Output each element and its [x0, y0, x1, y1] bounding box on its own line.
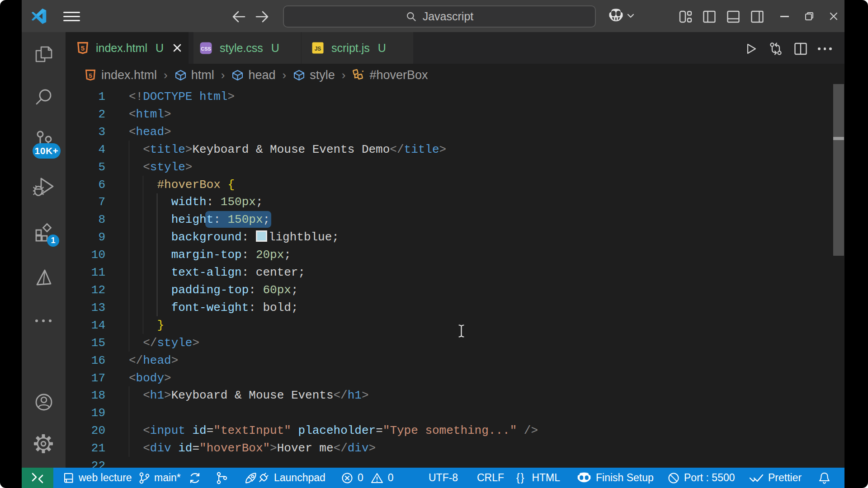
- svg-text:JS: JS: [315, 46, 321, 52]
- svg-text:5: 5: [81, 44, 85, 52]
- svg-text:5: 5: [89, 72, 92, 79]
- svg-text:CSS: CSS: [201, 46, 211, 51]
